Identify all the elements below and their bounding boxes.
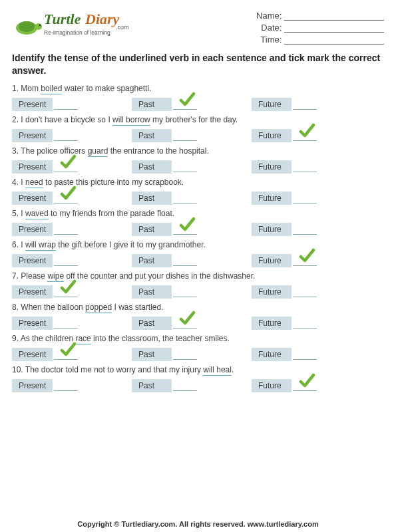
option-past[interactable]: Past bbox=[132, 98, 252, 111]
option-future[interactable]: Future bbox=[252, 254, 371, 267]
option-label: Future bbox=[252, 379, 292, 392]
option-blank[interactable] bbox=[173, 193, 197, 203]
option-blank[interactable] bbox=[173, 380, 197, 391]
option-blank[interactable] bbox=[173, 287, 197, 297]
option-blank[interactable] bbox=[54, 99, 78, 110]
option-blank[interactable] bbox=[173, 318, 197, 329]
date-blank[interactable] bbox=[284, 23, 384, 33]
underlined-verb: need bbox=[25, 178, 43, 188]
option-blank[interactable] bbox=[54, 162, 78, 172]
question-8: 8. When the balloon popped I was startle… bbox=[12, 303, 384, 330]
option-label: Present bbox=[12, 192, 53, 205]
option-blank[interactable] bbox=[54, 380, 78, 391]
option-future[interactable]: Future bbox=[252, 379, 371, 392]
option-blank[interactable] bbox=[293, 130, 317, 141]
option-blank[interactable] bbox=[293, 318, 317, 329]
question-text: 5. I waved to my friends from the parade… bbox=[12, 209, 384, 218]
time-blank[interactable] bbox=[284, 35, 384, 45]
option-label: Past bbox=[132, 129, 172, 142]
option-blank[interactable] bbox=[173, 255, 197, 266]
option-label: Present bbox=[12, 317, 53, 330]
option-past[interactable]: Past bbox=[132, 285, 252, 299]
option-blank[interactable] bbox=[54, 318, 78, 329]
brand-logo: Turtle Diary .com Re-Imagination of lear… bbox=[12, 7, 138, 47]
option-future[interactable]: Future bbox=[252, 223, 371, 236]
tick-icon bbox=[178, 216, 196, 232]
worksheet-header: Turtle Diary .com Re-Imagination of lear… bbox=[12, 7, 384, 47]
option-blank[interactable] bbox=[173, 224, 197, 235]
option-present[interactable]: Present bbox=[12, 223, 132, 236]
underlined-verb: race bbox=[75, 334, 91, 344]
option-past[interactable]: Past bbox=[132, 223, 252, 236]
option-present[interactable]: Present bbox=[12, 98, 132, 111]
option-label: Past bbox=[132, 317, 172, 330]
option-label: Past bbox=[132, 285, 172, 299]
option-label: Past bbox=[132, 160, 172, 174]
option-blank[interactable] bbox=[293, 193, 317, 203]
option-label: Past bbox=[132, 223, 172, 236]
option-future[interactable]: Future bbox=[252, 160, 371, 174]
option-label: Future bbox=[252, 192, 292, 205]
option-label: Past bbox=[132, 348, 172, 361]
option-present[interactable]: Present bbox=[12, 129, 132, 142]
option-future[interactable]: Future bbox=[252, 285, 371, 299]
option-future[interactable]: Future bbox=[252, 192, 371, 205]
option-present[interactable]: Present bbox=[12, 285, 132, 299]
option-label: Future bbox=[252, 160, 292, 174]
option-blank[interactable] bbox=[173, 349, 197, 360]
option-blank[interactable] bbox=[293, 349, 317, 360]
option-blank[interactable] bbox=[54, 224, 78, 235]
option-blank[interactable] bbox=[54, 193, 78, 203]
option-blank[interactable] bbox=[293, 224, 317, 235]
option-label: Past bbox=[132, 192, 172, 205]
option-future[interactable]: Future bbox=[252, 317, 371, 330]
option-past[interactable]: Past bbox=[132, 317, 252, 330]
question-9: 9. As the children race into the classro… bbox=[12, 334, 384, 361]
option-past[interactable]: Past bbox=[132, 379, 252, 392]
option-blank[interactable] bbox=[293, 99, 317, 110]
option-blank[interactable] bbox=[54, 287, 78, 297]
option-past[interactable]: Past bbox=[132, 129, 252, 142]
option-future[interactable]: Future bbox=[252, 348, 371, 361]
underlined-verb: will borrow bbox=[112, 115, 150, 126]
option-present[interactable]: Present bbox=[12, 160, 132, 174]
option-blank[interactable] bbox=[173, 130, 197, 141]
option-past[interactable]: Past bbox=[132, 254, 252, 267]
svg-point-1 bbox=[19, 21, 35, 32]
student-fields: Name: Date: Time: bbox=[256, 7, 384, 47]
underlined-verb: boiled bbox=[41, 84, 62, 94]
option-blank[interactable] bbox=[173, 162, 197, 172]
option-blank[interactable] bbox=[54, 349, 78, 360]
option-blank[interactable] bbox=[54, 130, 78, 141]
question-text: 1. Mom boiled water to make spaghetti. bbox=[12, 84, 384, 93]
name-blank[interactable] bbox=[284, 11, 384, 21]
underlined-verb: guard bbox=[88, 146, 108, 157]
tick-icon bbox=[59, 154, 77, 170]
option-present[interactable]: Present bbox=[12, 379, 132, 392]
option-past[interactable]: Past bbox=[132, 160, 252, 174]
instructions-text: Identify the tense of the underlined ver… bbox=[12, 52, 384, 77]
option-future[interactable]: Future bbox=[252, 98, 371, 111]
option-future[interactable]: Future bbox=[252, 129, 371, 142]
option-past[interactable]: Past bbox=[132, 192, 252, 205]
option-blank[interactable] bbox=[54, 255, 78, 266]
answer-options: PresentPastFuture bbox=[12, 379, 384, 392]
question-7: 7. Please wipe off the counter and put y… bbox=[12, 271, 384, 299]
option-present[interactable]: Present bbox=[12, 192, 132, 205]
underlined-verb: will wrap bbox=[25, 240, 56, 251]
option-present[interactable]: Present bbox=[12, 254, 132, 267]
option-label: Present bbox=[12, 254, 53, 267]
option-blank[interactable] bbox=[293, 255, 317, 266]
option-blank[interactable] bbox=[173, 99, 197, 110]
option-blank[interactable] bbox=[293, 287, 317, 297]
svg-text:.com: .com bbox=[116, 24, 129, 31]
option-blank[interactable] bbox=[293, 162, 317, 172]
time-label: Time: bbox=[260, 35, 282, 45]
copyright-footer: Copyright © Turtlediary.com. All rights … bbox=[0, 520, 396, 528]
option-present[interactable]: Present bbox=[12, 317, 132, 330]
option-blank[interactable] bbox=[293, 380, 317, 391]
name-label: Name: bbox=[256, 11, 282, 21]
underlined-verb: waved bbox=[25, 209, 49, 219]
option-present[interactable]: Present bbox=[12, 348, 132, 361]
option-past[interactable]: Past bbox=[132, 348, 252, 361]
